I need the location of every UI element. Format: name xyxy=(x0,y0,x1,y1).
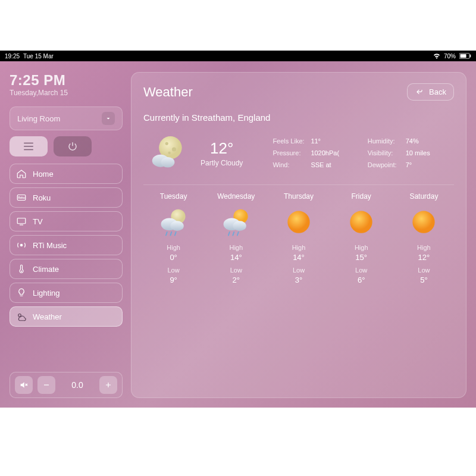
nav-item-climate[interactable]: Climate xyxy=(10,259,123,279)
svg-rect-1 xyxy=(461,54,466,58)
clock-date: Tuesday,March 15 xyxy=(10,89,123,97)
forecast-day-name: Wednesday xyxy=(217,192,255,201)
weather-icon xyxy=(16,311,27,322)
nav-item-tv[interactable]: TV xyxy=(10,211,123,231)
stat-label: Humidity: xyxy=(368,137,402,145)
forecast-day: Wednesday High14°Low2° xyxy=(206,192,266,286)
low-label: Low xyxy=(355,267,367,274)
clock: 7:25 PM Tuesday,March 15 xyxy=(10,72,123,97)
power-icon xyxy=(67,141,78,152)
volume-down-button[interactable] xyxy=(37,376,55,394)
stat-label: Wind: xyxy=(273,161,307,168)
sidebar: 7:25 PM Tuesday,March 15 Living Room xyxy=(10,72,123,398)
nav-label: Weather xyxy=(33,312,62,321)
volume-up-button[interactable] xyxy=(99,376,117,394)
room-label: Living Room xyxy=(17,114,60,123)
low-label: Low xyxy=(418,267,430,274)
svg-line-26 xyxy=(237,232,239,236)
current-weather-icon xyxy=(147,132,189,174)
svg-line-18 xyxy=(166,232,167,236)
forecast-day: Thursday High14°Low3° xyxy=(268,192,328,286)
forecast-row: Tuesday High0°Low9° Wednesday xyxy=(143,184,454,286)
room-selector[interactable]: Living Room xyxy=(10,107,123,130)
stat-value: 10 miles xyxy=(406,149,430,156)
music-icon xyxy=(16,240,27,250)
low-value: 6° xyxy=(355,275,368,286)
svg-line-25 xyxy=(233,232,234,236)
forecast-icon-sun xyxy=(345,206,378,240)
power-toggle-button[interactable] xyxy=(54,136,92,156)
svg-line-20 xyxy=(174,232,176,236)
stat-value: 7° xyxy=(406,161,412,168)
stat-value: 1020hPa( xyxy=(311,149,339,156)
tablet-frame: 19:25 Tue 15 Mar 70% 7:25 PM Tuesday,Mar… xyxy=(0,51,476,408)
high-value: 12° xyxy=(417,252,431,263)
nav-item-lighting[interactable]: Lighting xyxy=(10,283,123,303)
current-temp-block: 12° Partly Cloudy xyxy=(201,139,243,167)
menu-toggle-button[interactable] xyxy=(10,136,48,156)
low-value: 3° xyxy=(292,275,306,286)
nav-item-weather[interactable]: Weather xyxy=(10,306,123,327)
svg-point-12 xyxy=(168,152,170,154)
back-label: Back xyxy=(429,87,446,96)
svg-point-23 xyxy=(233,221,246,231)
back-button[interactable]: Back xyxy=(407,83,454,101)
high-value: 15° xyxy=(355,252,368,263)
svg-point-17 xyxy=(170,221,183,231)
svg-line-19 xyxy=(170,232,171,236)
high-label: High xyxy=(417,244,431,251)
clock-time: 7:25 PM xyxy=(10,72,123,89)
panel-title: Weather xyxy=(143,84,193,100)
plus-icon xyxy=(104,381,112,389)
forecast-day-name: Saturday xyxy=(409,192,438,201)
bulb-icon xyxy=(16,287,27,298)
svg-point-14 xyxy=(161,157,175,168)
weather-panel: Weather Back Currently in Streatham, Eng… xyxy=(131,72,466,398)
current-stats: Feels Like:11° Humidity:74% Pressure:102… xyxy=(255,137,450,168)
nav-item-home[interactable]: Home xyxy=(10,164,123,184)
nav-item-roku[interactable]: Roku Roku xyxy=(10,187,123,208)
nav-label: Climate xyxy=(33,265,59,274)
nav-label: Roku xyxy=(33,193,51,202)
stat-value: 11° xyxy=(311,137,321,145)
minus-icon xyxy=(42,381,51,389)
status-time: 19:25 xyxy=(5,53,20,60)
svg-point-10 xyxy=(165,142,168,145)
current-conditions: 12° Partly Cloudy Feels Like:11° Humidit… xyxy=(143,132,454,174)
mute-button[interactable] xyxy=(15,376,33,394)
svg-point-7 xyxy=(21,271,22,272)
stat-label: Dewpoint: xyxy=(368,161,402,168)
svg-text:Roku: Roku xyxy=(18,196,25,199)
forecast-icon-sun xyxy=(282,206,315,240)
forecast-day: Friday High15°Low6° xyxy=(331,192,392,286)
low-value: 2° xyxy=(229,275,243,286)
high-value: 14° xyxy=(292,252,306,263)
battery-icon xyxy=(459,53,471,59)
stat-value: 74% xyxy=(406,137,419,145)
forecast-day-name: Friday xyxy=(352,192,371,201)
forecast-day-name: Thursday xyxy=(284,192,314,201)
nav-list: Home Roku Roku TV RTi Music xyxy=(10,164,123,327)
high-value: 14° xyxy=(229,252,243,263)
chevron-down-icon xyxy=(102,112,115,125)
nav-item-rtimusic[interactable]: RTi Music xyxy=(10,235,123,255)
forecast-day: Tuesday High0°Low9° xyxy=(143,192,203,286)
high-label: High xyxy=(355,244,368,251)
nav-label: Home xyxy=(33,170,54,178)
stat-label: Pressure: xyxy=(273,149,307,156)
mode-toggle-row xyxy=(10,136,123,156)
speaker-mute-icon xyxy=(19,380,29,390)
svg-rect-5 xyxy=(17,218,26,224)
high-label: High xyxy=(167,244,180,251)
current-condition: Partly Cloudy xyxy=(201,159,243,167)
location-text: Currently in Streatham, England xyxy=(143,112,454,123)
high-value: 0° xyxy=(167,252,180,263)
home-icon xyxy=(16,168,27,179)
volume-value: 0.0 xyxy=(60,380,95,390)
svg-point-6 xyxy=(20,244,23,247)
battery-percent: 70% xyxy=(444,53,456,60)
svg-rect-2 xyxy=(470,55,471,58)
forecast-icon-night-rain xyxy=(157,206,190,240)
nav-label: Lighting xyxy=(33,289,60,298)
svg-point-11 xyxy=(172,147,176,151)
